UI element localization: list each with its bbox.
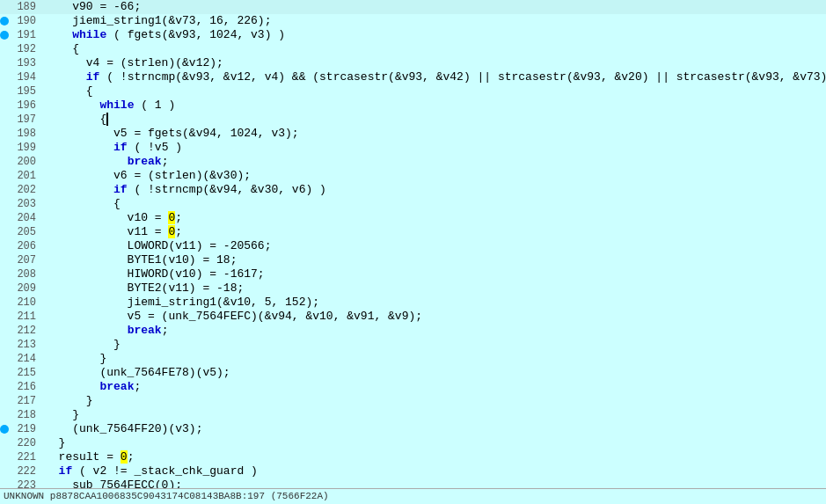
code-line: 209 BYTE2(v11) = -18; — [0, 281, 826, 296]
line-content: v10 = 0; — [41, 211, 182, 225]
highlighted-number: 0 — [168, 225, 175, 238]
line-content: } — [41, 394, 93, 408]
line-number-area: 217 — [0, 394, 41, 408]
no-breakpoint — [0, 59, 9, 68]
line-content: v90 = -66; — [41, 0, 141, 14]
code-line: 191 while ( fgets(&v93, 1024, v3) ) — [0, 28, 826, 42]
breakpoint-dot[interactable] — [0, 31, 9, 40]
line-content: } — [41, 436, 65, 450]
line-content: { — [41, 42, 79, 56]
line-number-area: 216 — [0, 380, 41, 394]
line-number: 206 — [11, 239, 36, 253]
line-number-area: 189 — [0, 0, 41, 14]
code-line: 192 { — [0, 42, 826, 56]
line-number-area: 190 — [0, 14, 41, 28]
no-breakpoint — [0, 115, 9, 124]
no-breakpoint — [0, 87, 9, 96]
line-number-area: 203 — [0, 197, 41, 211]
line-content: HIWORD(v10) = -1617; — [41, 267, 265, 281]
code-line: 222 if ( v2 != _stack_chk_guard ) — [0, 464, 826, 478]
line-content: LOWORD(v11) = -20566; — [41, 239, 271, 253]
no-breakpoint — [0, 129, 9, 138]
code-line: 194 if ( !strncmp(&v93, &v12, v4) && (st… — [0, 70, 826, 84]
line-number: 196 — [11, 99, 36, 113]
code-line: 195 { — [0, 84, 826, 99]
line-number-area: 221 — [0, 450, 41, 464]
line-number: 207 — [11, 253, 36, 267]
code-line: 190 jiemi_string1(&v73, 16, 226); — [0, 14, 826, 28]
keyword: if — [113, 141, 128, 154]
line-number: 215 — [11, 366, 36, 380]
line-number-area: 200 — [0, 155, 41, 169]
code-line: 216 break; — [0, 380, 826, 394]
line-content: if ( !strncmp(&v94, &v30, v6) ) — [41, 183, 326, 197]
code-line: 221 result = 0; — [0, 450, 826, 464]
line-number-area: 194 — [0, 70, 41, 84]
code-line: 220 } — [0, 436, 826, 450]
code-line: 204 v10 = 0; — [0, 211, 826, 225]
line-number-area: 212 — [0, 324, 41, 338]
no-breakpoint — [0, 383, 9, 391]
breakpoint-dot[interactable] — [0, 425, 9, 434]
line-number-area: 198 — [0, 127, 41, 141]
line-number: 192 — [11, 42, 36, 56]
no-breakpoint — [0, 172, 9, 180]
line-number-area: 215 — [0, 366, 41, 380]
line-number-area: 209 — [0, 281, 41, 296]
breakpoint-dot[interactable] — [0, 17, 9, 26]
line-number-area: 201 — [0, 169, 41, 183]
line-content: v6 = (strlen)(&v30); — [41, 169, 251, 183]
line-number: 190 — [11, 14, 36, 28]
line-number: 220 — [11, 436, 36, 450]
no-breakpoint — [0, 45, 9, 54]
line-content: while ( fgets(&v93, 1024, v3) ) — [41, 28, 285, 42]
no-breakpoint — [0, 411, 9, 420]
line-content: break; — [41, 324, 168, 338]
line-number: 212 — [11, 324, 36, 338]
code-line: 217 } — [0, 394, 826, 408]
line-content: { — [41, 84, 93, 99]
line-number: 209 — [11, 281, 36, 296]
line-number-area: 213 — [0, 338, 41, 352]
line-content: { — [41, 113, 115, 127]
line-content: result = 0; — [41, 450, 134, 464]
line-content: BYTE2(v11) = -18; — [41, 281, 244, 296]
line-number: 194 — [11, 70, 36, 84]
line-content: if ( !strncmp(&v93, &v12, v4) && (strcas… — [41, 70, 826, 84]
line-content: jiemi_string1(&v10, 5, 152); — [41, 296, 319, 310]
keyword: while — [72, 28, 106, 41]
keyword: break — [128, 324, 162, 337]
line-number: 195 — [11, 84, 36, 99]
line-number: 208 — [11, 267, 36, 281]
code-line: 214 } — [0, 352, 826, 366]
line-number: 222 — [11, 464, 36, 478]
line-number-area: 204 — [0, 211, 41, 225]
code-line: 199 if ( !v5 ) — [0, 141, 826, 155]
code-line: 201 v6 = (strlen)(&v30); — [0, 169, 826, 183]
no-breakpoint — [0, 200, 9, 208]
line-content: break; — [41, 155, 168, 169]
line-number: 205 — [11, 225, 36, 239]
line-number: 193 — [11, 56, 36, 70]
line-number: 197 — [11, 113, 36, 127]
no-breakpoint — [0, 3, 9, 11]
line-content: while ( 1 ) — [41, 99, 175, 113]
no-breakpoint — [0, 439, 9, 448]
code-line: 206 LOWORD(v11) = -20566; — [0, 239, 826, 253]
line-number-area: 211 — [0, 310, 41, 324]
line-number-area: 210 — [0, 296, 41, 310]
line-number-area: 202 — [0, 183, 41, 197]
line-number: 202 — [11, 183, 36, 197]
no-breakpoint — [0, 101, 9, 110]
no-breakpoint — [0, 312, 9, 321]
no-breakpoint — [0, 242, 9, 251]
line-content: if ( !v5 ) — [41, 141, 182, 155]
line-content: } — [41, 408, 79, 422]
code-line: 197 { — [0, 113, 826, 127]
line-number-area: 199 — [0, 141, 41, 155]
line-number-area: 192 — [0, 42, 41, 56]
highlighted-number: 0 — [121, 450, 128, 464]
code-line: 211 v5 = (unk_7564FEFC)(&v94, &v10, &v91… — [0, 310, 826, 324]
line-number-area: 219 — [0, 422, 41, 436]
line-number-area: 222 — [0, 464, 41, 478]
